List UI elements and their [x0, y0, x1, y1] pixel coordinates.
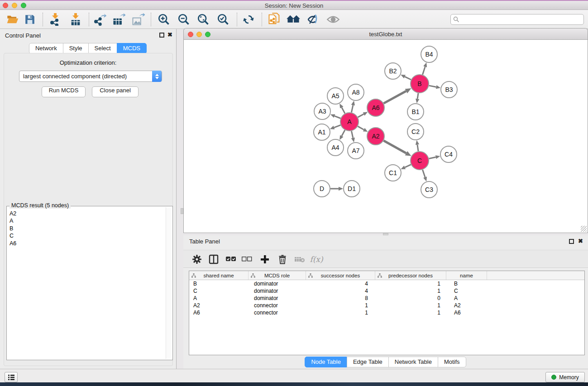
- table-cell[interactable]: B: [446, 281, 487, 287]
- zoom-fit-icon[interactable]: [196, 12, 211, 27]
- criterion-select[interactable]: largest connected component (directed): [19, 71, 162, 82]
- graph-node-B2[interactable]: B2: [385, 63, 401, 79]
- gear-icon[interactable]: [190, 252, 204, 267]
- graph-edge-B-B2[interactable]: [405, 76, 411, 80]
- graph-node-B4[interactable]: B4: [421, 46, 437, 62]
- graph-node-C2[interactable]: C2: [407, 124, 424, 140]
- table-cell[interactable]: 1: [306, 302, 375, 309]
- graph-edge-C-C4[interactable]: [429, 157, 436, 158]
- graph-edge-A-A7[interactable]: [352, 131, 353, 138]
- graph-edge-A-A6[interactable]: [358, 114, 364, 117]
- add-column-icon[interactable]: [258, 252, 272, 267]
- run-mcds-button[interactable]: Run MCDS: [42, 86, 86, 97]
- graph-edge-C-C2[interactable]: [417, 145, 418, 152]
- table-row[interactable]: Bdominator41B: [189, 280, 584, 287]
- table-cell[interactable]: connector: [249, 310, 306, 316]
- export-table-icon[interactable]: [111, 12, 126, 27]
- table-cell[interactable]: 1: [375, 281, 446, 287]
- network-canvas[interactable]: B4 B2 B B3 A8 A5 A6 A3 B1 A C2 A1 A2: [183, 40, 588, 233]
- memory-button[interactable]: Memory: [545, 372, 585, 382]
- column-header-successor-nodes[interactable]: successor nodes: [306, 271, 375, 280]
- graph-node-B3[interactable]: B3: [441, 81, 457, 98]
- delete-table-icon[interactable]: [292, 252, 307, 267]
- table-row[interactable]: Adominator80A: [189, 295, 584, 302]
- zoom-selected-icon[interactable]: [215, 12, 231, 27]
- graph-edge-A-A3[interactable]: [335, 116, 340, 118]
- deselect-all-icon[interactable]: [239, 252, 254, 267]
- table-cell[interactable]: dominator: [249, 295, 306, 301]
- graph-edge-B-B1[interactable]: [417, 93, 418, 99]
- save-session-icon[interactable]: [22, 12, 38, 27]
- graph-edge-A-A5[interactable]: [342, 108, 345, 114]
- mcds-result-list[interactable]: A2ABCA6: [8, 210, 166, 359]
- result-list-item[interactable]: A: [8, 217, 166, 224]
- result-list-item[interactable]: B: [8, 225, 166, 232]
- table-cell[interactable]: A6: [189, 310, 249, 316]
- table-cell[interactable]: 1: [375, 310, 446, 316]
- table-cell[interactable]: dominator: [249, 281, 306, 287]
- column-header-MCDS-role[interactable]: MCDS role: [249, 271, 306, 280]
- float-table-panel-icon[interactable]: [569, 239, 574, 244]
- graph-node-A1[interactable]: A1: [314, 124, 330, 140]
- refresh-view-icon[interactable]: [241, 12, 256, 27]
- graph-edge-A-A8[interactable]: [351, 105, 353, 112]
- tab-select[interactable]: Select: [88, 43, 117, 54]
- task-history-button[interactable]: [5, 372, 18, 382]
- show-details-icon[interactable]: [325, 12, 341, 27]
- table-cell[interactable]: 1: [306, 310, 375, 316]
- close-table-panel-icon[interactable]: ✖: [578, 238, 583, 244]
- table-row[interactable]: Cdominator41C: [189, 287, 584, 295]
- graph-node-D1[interactable]: D1: [344, 181, 360, 197]
- graph-node-C4[interactable]: C4: [440, 146, 457, 162]
- table-cell[interactable]: 1: [375, 302, 446, 309]
- table-cell[interactable]: A2: [189, 302, 249, 309]
- function-builder-icon[interactable]: f(x): [309, 252, 324, 267]
- table-cell[interactable]: dominator: [249, 288, 306, 294]
- select-all-icon[interactable]: [224, 252, 238, 267]
- table-cell[interactable]: C: [189, 288, 249, 294]
- graph-node-C[interactable]: C: [411, 152, 429, 170]
- table-cell[interactable]: C: [446, 288, 487, 294]
- graph-edge-A6-B[interactable]: [384, 91, 406, 103]
- result-list-item[interactable]: C: [8, 232, 166, 239]
- graph-edge-B-B3[interactable]: [429, 86, 436, 87]
- search-input[interactable]: [450, 14, 584, 25]
- import-network-icon[interactable]: [48, 12, 63, 27]
- table-cell[interactable]: 4: [306, 281, 375, 287]
- table-row[interactable]: A2connector11A2: [189, 302, 584, 309]
- zoom-in-icon[interactable]: [156, 12, 172, 27]
- table-cell[interactable]: connector: [249, 302, 306, 309]
- table-cell[interactable]: 1: [375, 288, 446, 294]
- graph-node-A8[interactable]: A8: [348, 84, 364, 100]
- table-tab-edge-table[interactable]: Edge Table: [347, 357, 389, 367]
- graph-edge-C-C1[interactable]: [405, 165, 411, 167]
- canvas-vertical-scrollbar[interactable]: [181, 208, 183, 214]
- tab-style[interactable]: Style: [63, 43, 89, 54]
- network-window-titlebar[interactable]: testGlobe.txt: [183, 28, 588, 40]
- graph-node-A2[interactable]: A2: [367, 128, 384, 145]
- table-cell[interactable]: 4: [306, 288, 375, 294]
- table-cell[interactable]: B: [189, 281, 249, 287]
- table-row[interactable]: A6connector11A6: [189, 309, 584, 316]
- graph-node-B[interactable]: B: [411, 75, 429, 93]
- export-network-icon[interactable]: [92, 12, 107, 27]
- column-split-icon[interactable]: [206, 252, 221, 267]
- delete-column-icon[interactable]: [275, 252, 290, 267]
- column-header-shared-name[interactable]: shared name: [189, 271, 249, 280]
- graph-edge-A2-C[interactable]: [384, 141, 406, 153]
- export-image-icon[interactable]: [130, 12, 146, 27]
- window-resize-grip[interactable]: [581, 226, 587, 232]
- graph-node-B1[interactable]: B1: [407, 104, 424, 120]
- table-cell[interactable]: 8: [306, 295, 375, 301]
- graph-node-A6[interactable]: A6: [367, 99, 384, 116]
- graph-edge-A-A4[interactable]: [342, 130, 345, 136]
- graph-node-D[interactable]: D: [314, 181, 330, 197]
- open-session-icon[interactable]: [5, 12, 20, 27]
- table-cell[interactable]: 0: [375, 295, 446, 301]
- graph-node-A5[interactable]: A5: [327, 88, 344, 104]
- column-header-predecessor-nodes[interactable]: predecessor nodes: [375, 271, 446, 280]
- tab-mcds[interactable]: MCDS: [117, 43, 147, 54]
- zoom-out-icon[interactable]: [176, 12, 191, 27]
- tab-network[interactable]: Network: [29, 43, 63, 54]
- graph-node-A7[interactable]: A7: [348, 143, 364, 159]
